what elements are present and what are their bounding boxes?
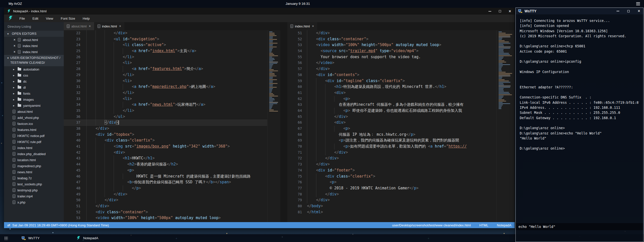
folder-item[interactable]: ▸ dl [4, 84, 64, 90]
code-line[interactable]: 54 <source src="trailer.mp4" type="video… [287, 48, 497, 54]
code-line[interactable]: 26 </li> [64, 54, 267, 60]
code-line[interactable]: 33 <li> [64, 96, 267, 102]
code-line[interactable]: 65 </div> [287, 114, 497, 120]
file-item[interactable]: HKWTC rule.pdf [4, 139, 64, 145]
code-line[interactable]: 50 </div> [64, 197, 267, 203]
menu-edit[interactable]: Edit [29, 15, 42, 22]
code-line[interactable]: 81 </html> [287, 209, 497, 215]
code-line[interactable]: 57 </div> [287, 66, 497, 72]
code-line[interactable]: 56 </video> [287, 60, 497, 66]
code-line[interactable]: 28 <a href="features.html">簡介</a> [64, 66, 267, 72]
menu-help[interactable]: Help [79, 15, 94, 22]
code-line[interactable]: 40 <div class="clearfix"> [64, 137, 267, 144]
code-line[interactable]: 43 <h1>HKWTC</h1> [64, 155, 267, 161]
code-line[interactable]: 71 </div> [287, 150, 497, 156]
file-item[interactable]: mapredirect.php [4, 163, 64, 169]
close-icon[interactable]: × [13, 38, 16, 42]
folder-item[interactable]: ▸ images [4, 96, 64, 102]
editor-tab[interactable]: about.html × [64, 22, 95, 30]
code-line[interactable]: 52 <div class="container"> [64, 209, 267, 215]
code-line[interactable]: 32 </li> [64, 90, 267, 96]
open-editor-item[interactable]: × index.html [4, 49, 64, 55]
notepada-titlebar[interactable]: NotepadA - index.html × [4, 8, 515, 15]
file-item[interactable]: teabag.7z [4, 175, 64, 181]
wstty-titlebar[interactable]: WsTTY × [516, 8, 643, 14]
taskbar-item-wstty[interactable]: WsTTY [18, 234, 43, 242]
code-editor-right[interactable]: 51 </div> 52 <div class="container"> 53 … [287, 30, 497, 222]
close-button[interactable]: × [637, 9, 641, 13]
app-launcher-button[interactable] [0, 234, 12, 242]
code-line[interactable]: 55 Your browser does not support the vid… [287, 54, 497, 60]
folder-item[interactable]: ▸ css [4, 72, 64, 78]
code-line[interactable]: 51 </div> [64, 203, 267, 209]
code-line[interactable]: 74 <div id="footer"> [287, 167, 497, 174]
code-line[interactable]: 51 </div> [287, 30, 497, 36]
hamburger-menu-icon[interactable] [636, 2, 640, 5]
file-item[interactable]: news.html [4, 169, 64, 175]
code-line[interactable]: 41 <img src="images/box.png" height="342… [64, 144, 267, 150]
code-line[interactable]: 49 </div> [64, 191, 267, 197]
code-line[interactable]: 37 </div> [64, 120, 267, 126]
minimap-right[interactable] [497, 30, 515, 222]
file-item[interactable]: x.php [4, 199, 64, 205]
open-editor-item[interactable]: × about.html [4, 37, 64, 43]
code-line[interactable]: 52 <div class="container"> [287, 36, 497, 42]
code-line[interactable]: 78 </div> [287, 191, 497, 197]
code-line[interactable]: 77 © 2018 - 2019 HKWTC Animation Gamer</… [287, 185, 497, 191]
code-line[interactable]: 47 <b>你知道我們全線伺服器已轉用 SSD 了嗎？</b></span> [64, 179, 267, 185]
code-line[interactable]: 58 <div id="contents"> [287, 72, 497, 78]
file-item[interactable]: add_vhost.php [4, 115, 64, 121]
terminal-output[interactable]: [info] Conencting to arozos WsTTY servic… [516, 14, 643, 242]
open-editors-section[interactable]: ▾ OPEN EDITORS [4, 31, 64, 37]
file-item[interactable]: favicon.ico [4, 121, 64, 127]
code-line[interactable]: 38 </div> [64, 126, 267, 132]
code-line[interactable]: 31 <a href="mapredirect.php">網上地圖</a> [64, 84, 267, 90]
file-item[interactable]: about.html [4, 109, 64, 115]
code-line[interactable]: 34 <a href="news.html">玩家傳送門</a> [64, 102, 267, 108]
menu-view[interactable]: View [42, 15, 57, 22]
code-line[interactable]: 22 </div> [64, 30, 267, 36]
statusbar-language-mode[interactable]: HTML [479, 223, 488, 227]
pane-splitter[interactable] [280, 22, 287, 222]
code-line[interactable]: 53 <video width="100%" height="500px" au… [287, 42, 497, 48]
workspace-section[interactable]: ▾ USER:/DESKTOP/SCREENSHOT /TEST/WWW CLE… [4, 55, 64, 66]
code-line[interactable]: 69 <p>請注意，我們的伺服器為確保玩家及遊玩時的質素，我們對的服器開 [287, 137, 497, 144]
code-line[interactable]: 66 <div> [287, 120, 497, 126]
code-line[interactable]: 46 HKWTC 是一個 Minecraft 的建築伺服器，主要建築計劃包括鐵路 [64, 174, 267, 180]
code-line[interactable]: 35 </li> [64, 108, 267, 114]
code-line[interactable]: 75 <div class="clearfix"> [287, 174, 497, 180]
editor-tab[interactable]: index.html × [95, 22, 125, 30]
code-line[interactable]: 80 </body> [287, 203, 497, 209]
file-item[interactable]: location.html [4, 157, 64, 163]
file-item[interactable]: HKWTC notice.pdf [4, 133, 64, 139]
minimize-button[interactable] [488, 10, 492, 13]
code-line[interactable]: 62 <p> [287, 96, 497, 102]
close-button[interactable]: × [508, 10, 512, 13]
editor-tab[interactable]: index.html × [287, 22, 318, 30]
close-icon[interactable]: × [13, 44, 16, 48]
file-item[interactable]: test_sockets.php [4, 181, 64, 187]
maximize-button[interactable] [498, 10, 502, 13]
minimap-left[interactable] [267, 30, 280, 222]
code-line[interactable]: 24 <li class="active"> [64, 42, 267, 48]
close-icon[interactable]: × [13, 50, 16, 54]
code-line[interactable]: 36 </ul> [64, 114, 267, 120]
tab-close-icon[interactable]: × [88, 24, 91, 28]
file-item[interactable]: index.php_disabled [4, 151, 64, 157]
clock[interactable]: January 9 16:31 [286, 0, 310, 7]
menu-font-size[interactable]: Font Size [57, 15, 79, 22]
folder-item[interactable]: ▸ dc [4, 78, 64, 84]
file-item[interactable]: features.html [4, 127, 64, 133]
code-line[interactable]: 61 <div> [287, 90, 497, 96]
code-line[interactable]: 64 <p> 即使你不是建築師，你也能透過紅石師或鐵路工程師的身份加入我 [287, 108, 497, 114]
code-line[interactable]: 48 </p> [64, 185, 267, 191]
code-line[interactable]: 53 <video width="100%" height="500px" au… [64, 215, 267, 221]
terminal-input[interactable]: echo "Hello World" [516, 223, 643, 230]
folder-item[interactable]: ▸ yamiyamimi [4, 102, 64, 109]
code-line[interactable]: 27 <li> [64, 60, 267, 66]
code-line[interactable]: 72 </div> [287, 155, 497, 161]
tab-close-icon[interactable]: × [119, 24, 121, 28]
code-line[interactable]: 42 <div> [64, 150, 267, 156]
tab-close-icon[interactable]: × [312, 24, 314, 28]
maximize-button[interactable] [627, 9, 630, 13]
